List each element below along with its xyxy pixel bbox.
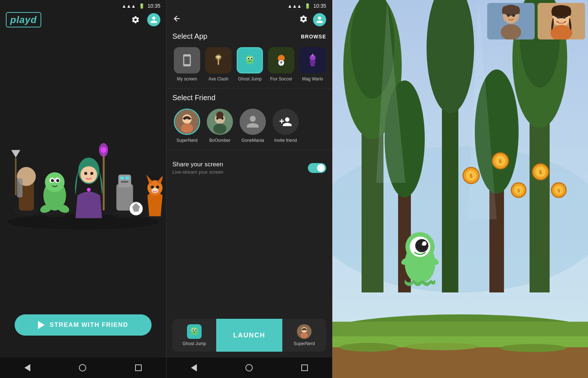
svg-point-106 [422,243,424,246]
panel2-header [167,12,332,31]
svg-point-49 [251,58,252,59]
svg-point-135 [563,16,566,19]
svg-point-61 [188,118,191,120]
svg-point-60 [184,118,186,120]
nav-recent-button-2[interactable] [301,364,308,371]
coin-3: $ [511,183,526,197]
battery-icon-2: 🔋 [305,3,310,9]
launch-app-info[interactable]: Ghost Jump [172,319,216,352]
app-icon-myscreen [174,47,200,73]
app-icon-axeclash [205,47,232,73]
launch-btn-text: LAUNCH [233,332,265,339]
panel2-header-right [299,13,326,26]
nav-back-button-1[interactable] [24,364,30,371]
svg-marker-6 [11,150,20,158]
svg-point-126 [501,24,521,39]
svg-point-39 [152,188,159,193]
nav-back-button-2[interactable] [191,364,197,371]
friend-name-supernerd: SuperNerd [176,138,198,143]
launch-friend-info[interactable]: SuperNerd [282,319,326,352]
user-icon-1[interactable] [147,13,160,26]
app-item-axeclash[interactable]: Axe Clash [204,47,233,82]
back-button[interactable] [172,14,181,25]
friend-scroll-row: SuperNerd BoOomber [167,106,332,146]
svg-point-64 [213,124,226,134]
svg-point-45 [246,55,254,63]
nav-home-button-1[interactable] [79,364,86,371]
svg-point-77 [302,329,303,330]
svg-text:$: $ [539,169,542,175]
friend-avatar-supernerd [174,109,200,135]
svg-rect-5 [15,158,16,196]
friend-item-supernerd[interactable]: SuperNerd [172,109,202,143]
coin-1: $ [463,167,479,184]
svg-rect-97 [332,347,588,378]
signal-icon-1: ▲▲▲ [122,3,136,9]
nav-home-button-2[interactable] [245,364,253,371]
share-screen-text: Share your screen Live-stream your scree… [172,161,223,175]
svg-rect-28 [120,177,124,179]
stream-button-label: STREAM WITH FRIEND [50,321,128,329]
svg-point-48 [248,58,249,59]
section-divider-2 [167,150,332,150]
app-name-myscreen: My screen [177,76,197,82]
friend-item-gonemania[interactable]: GoneMania [238,109,267,143]
svg-point-43 [217,56,220,59]
settings-icon[interactable] [129,13,142,26]
share-screen-row: Share your screen Live-stream your scree… [167,155,332,181]
nav-bar-1 [0,358,166,378]
play-icon [38,321,45,329]
coin-4: $ [532,164,549,180]
svg-rect-30 [121,181,129,182]
friend-item-boomber[interactable]: BoOomber [205,109,234,143]
video-thumb-2 [538,3,585,39]
panel-home: ▲▲▲ 🔋 10:35 playd [0,0,166,378]
app-item-ghostjump[interactable]: Ghost Jump [235,47,264,82]
launch-bar: Ghost Jump LAUNCH SuperNerd [172,319,326,352]
browse-button[interactable]: BROWSE [301,34,326,39]
svg-point-13 [56,179,59,182]
svg-rect-29 [126,177,129,179]
app-item-foxsoccer[interactable]: Fox Soccer [267,47,296,82]
launch-app-name: Ghost Jump [183,341,206,346]
svg-point-59 [181,124,193,133]
stream-with-friend-button[interactable]: STREAM WITH FRIEND [15,314,152,336]
status-bar-1: ▲▲▲ 🔋 10:35 [0,0,166,12]
video-thumbnails [487,3,585,39]
app-name-magwarlo: Mag Warlo [302,76,323,82]
settings-icon-2[interactable] [299,15,308,25]
select-app-header: Select App BROWSE [167,31,332,44]
share-screen-toggle[interactable] [308,163,326,173]
svg-point-104 [415,239,428,252]
app-name-axeclash: Axe Clash [209,76,229,82]
nav-recent-icon-2 [301,364,308,371]
nav-recent-button-1[interactable] [135,364,142,371]
signal-icon-2: ▲▲▲ [287,3,302,9]
launch-button[interactable]: LAUNCH [216,319,282,352]
svg-point-24 [100,147,107,153]
coin-5: $ [551,183,566,197]
user-icon-2[interactable] [313,13,326,26]
svg-point-100 [500,344,566,352]
nav-back-icon-1 [24,364,30,371]
select-friend-header: Select Friend [167,92,332,106]
svg-point-67 [221,117,224,120]
app-icon-ghostjump [237,47,263,73]
app-icon-foxsoccer [268,47,294,73]
nav-home-icon-2 [245,364,253,371]
time-1: 10:35 [148,3,160,9]
svg-point-76 [301,333,308,339]
svg-point-9 [45,172,65,192]
svg-point-134 [557,16,560,19]
svg-point-73 [195,329,197,331]
svg-point-78 [305,329,306,330]
svg-rect-42 [218,59,219,65]
time-2: 10:35 [313,3,326,9]
nav-home-icon-1 [79,364,86,371]
svg-rect-22 [103,150,104,211]
svg-point-99 [405,343,478,350]
app-item-magwarlo[interactable]: Mag Warlo [298,47,327,82]
friend-item-invite[interactable]: Invite friend [271,109,300,143]
svg-point-21 [87,188,91,192]
app-item-myscreen[interactable]: My screen [172,47,202,82]
